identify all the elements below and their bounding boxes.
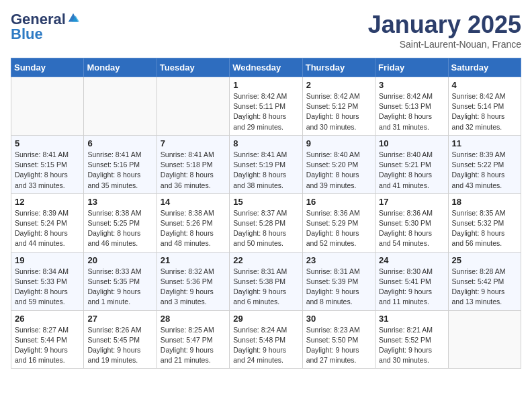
day-number: 4 xyxy=(452,80,517,90)
day-info: Sunrise: 8:41 AM Sunset: 5:19 PM Dayligh… xyxy=(233,150,298,191)
calendar-cell: 25Sunrise: 8:28 AM Sunset: 5:42 PM Dayli… xyxy=(448,252,521,310)
calendar-cell: 20Sunrise: 8:33 AM Sunset: 5:35 PM Dayli… xyxy=(84,252,157,310)
header-wednesday: Wednesday xyxy=(230,58,302,77)
day-number: 27 xyxy=(87,314,152,324)
day-info: Sunrise: 8:31 AM Sunset: 5:39 PM Dayligh… xyxy=(306,267,371,308)
calendar-cell: 28Sunrise: 8:25 AM Sunset: 5:47 PM Dayli… xyxy=(157,310,229,369)
calendar-cell: 29Sunrise: 8:24 AM Sunset: 5:48 PM Dayli… xyxy=(230,310,302,369)
day-info: Sunrise: 8:28 AM Sunset: 5:42 PM Dayligh… xyxy=(452,267,517,308)
calendar-cell: 27Sunrise: 8:26 AM Sunset: 5:45 PM Dayli… xyxy=(84,310,157,369)
calendar-week-1: 1Sunrise: 8:42 AM Sunset: 5:11 PM Daylig… xyxy=(11,77,521,136)
day-number: 28 xyxy=(161,314,226,324)
calendar-cell: 16Sunrise: 8:36 AM Sunset: 5:29 PM Dayli… xyxy=(302,193,375,252)
day-info: Sunrise: 8:41 AM Sunset: 5:18 PM Dayligh… xyxy=(161,150,226,191)
calendar-cell: 22Sunrise: 8:31 AM Sunset: 5:38 PM Dayli… xyxy=(230,252,302,310)
calendar-cell: 14Sunrise: 8:38 AM Sunset: 5:26 PM Dayli… xyxy=(157,193,229,252)
day-number: 8 xyxy=(233,138,298,148)
day-info: Sunrise: 8:42 AM Sunset: 5:13 PM Dayligh… xyxy=(379,91,444,132)
calendar-cell: 19Sunrise: 8:34 AM Sunset: 5:33 PM Dayli… xyxy=(11,252,84,310)
calendar-cell: 21Sunrise: 8:32 AM Sunset: 5:36 PM Dayli… xyxy=(157,252,229,310)
calendar-cell: 4Sunrise: 8:42 AM Sunset: 5:14 PM Daylig… xyxy=(448,77,521,136)
day-number: 12 xyxy=(15,197,80,207)
header-tuesday: Tuesday xyxy=(157,58,229,77)
day-info: Sunrise: 8:25 AM Sunset: 5:47 PM Dayligh… xyxy=(161,325,226,366)
day-number: 5 xyxy=(15,138,80,148)
calendar-week-2: 5Sunrise: 8:41 AM Sunset: 5:15 PM Daylig… xyxy=(11,135,521,193)
calendar-cell: 30Sunrise: 8:23 AM Sunset: 5:50 PM Dayli… xyxy=(302,310,375,369)
day-number: 25 xyxy=(452,255,517,265)
calendar-week-3: 12Sunrise: 8:39 AM Sunset: 5:24 PM Dayli… xyxy=(11,193,521,252)
day-info: Sunrise: 8:26 AM Sunset: 5:45 PM Dayligh… xyxy=(87,325,152,366)
calendar-cell: 15Sunrise: 8:37 AM Sunset: 5:28 PM Dayli… xyxy=(230,193,302,252)
day-info: Sunrise: 8:35 AM Sunset: 5:32 PM Dayligh… xyxy=(452,208,517,249)
day-info: Sunrise: 8:38 AM Sunset: 5:25 PM Dayligh… xyxy=(87,208,152,249)
header-saturday: Saturday xyxy=(448,58,521,77)
day-number: 23 xyxy=(306,255,371,265)
day-number: 9 xyxy=(306,138,371,148)
calendar-cell: 26Sunrise: 8:27 AM Sunset: 5:44 PM Dayli… xyxy=(11,310,84,369)
logo: General Blue xyxy=(11,11,79,43)
calendar-cell: 18Sunrise: 8:35 AM Sunset: 5:32 PM Dayli… xyxy=(448,193,521,252)
day-number: 7 xyxy=(161,138,226,148)
calendar-cell: 1Sunrise: 8:42 AM Sunset: 5:11 PM Daylig… xyxy=(230,77,302,136)
day-info: Sunrise: 8:36 AM Sunset: 5:29 PM Dayligh… xyxy=(306,208,371,249)
day-number: 18 xyxy=(452,197,517,207)
day-info: Sunrise: 8:24 AM Sunset: 5:48 PM Dayligh… xyxy=(233,325,298,366)
day-info: Sunrise: 8:40 AM Sunset: 5:21 PM Dayligh… xyxy=(379,150,444,191)
calendar-cell: 6Sunrise: 8:41 AM Sunset: 5:16 PM Daylig… xyxy=(84,135,157,193)
calendar-cell: 9Sunrise: 8:40 AM Sunset: 5:20 PM Daylig… xyxy=(302,135,375,193)
calendar-cell: 10Sunrise: 8:40 AM Sunset: 5:21 PM Dayli… xyxy=(375,135,448,193)
calendar-header-row: SundayMondayTuesdayWednesdayThursdayFrid… xyxy=(11,58,521,77)
calendar-week-4: 19Sunrise: 8:34 AM Sunset: 5:33 PM Dayli… xyxy=(11,252,521,310)
calendar-cell: 12Sunrise: 8:39 AM Sunset: 5:24 PM Dayli… xyxy=(11,193,84,252)
calendar-cell: 8Sunrise: 8:41 AM Sunset: 5:19 PM Daylig… xyxy=(230,135,302,193)
calendar-cell: 13Sunrise: 8:38 AM Sunset: 5:25 PM Dayli… xyxy=(84,193,157,252)
calendar-cell: 7Sunrise: 8:41 AM Sunset: 5:18 PM Daylig… xyxy=(157,135,229,193)
day-number: 24 xyxy=(379,255,444,265)
day-info: Sunrise: 8:41 AM Sunset: 5:15 PM Dayligh… xyxy=(15,150,80,191)
day-info: Sunrise: 8:32 AM Sunset: 5:36 PM Dayligh… xyxy=(161,267,226,308)
day-info: Sunrise: 8:27 AM Sunset: 5:44 PM Dayligh… xyxy=(15,325,80,366)
calendar-cell: 31Sunrise: 8:21 AM Sunset: 5:52 PM Dayli… xyxy=(375,310,448,369)
calendar-cell xyxy=(448,310,521,369)
day-number: 29 xyxy=(233,314,298,324)
day-number: 20 xyxy=(87,255,152,265)
day-info: Sunrise: 8:30 AM Sunset: 5:41 PM Dayligh… xyxy=(379,267,444,308)
day-info: Sunrise: 8:42 AM Sunset: 5:11 PM Dayligh… xyxy=(233,91,298,132)
day-info: Sunrise: 8:39 AM Sunset: 5:24 PM Dayligh… xyxy=(15,208,80,249)
day-info: Sunrise: 8:38 AM Sunset: 5:26 PM Dayligh… xyxy=(161,208,226,249)
calendar-cell xyxy=(84,77,157,136)
calendar-cell: 24Sunrise: 8:30 AM Sunset: 5:41 PM Dayli… xyxy=(375,252,448,310)
day-number: 30 xyxy=(306,314,371,324)
day-info: Sunrise: 8:40 AM Sunset: 5:20 PM Dayligh… xyxy=(306,150,371,191)
day-info: Sunrise: 8:34 AM Sunset: 5:33 PM Dayligh… xyxy=(15,267,80,308)
page-header: General Blue January 2025 Saint-Laurent-… xyxy=(11,11,521,50)
header-sunday: Sunday xyxy=(11,58,84,77)
day-info: Sunrise: 8:33 AM Sunset: 5:35 PM Dayligh… xyxy=(87,267,152,308)
header-monday: Monday xyxy=(84,58,157,77)
day-number: 15 xyxy=(233,197,298,207)
day-number: 26 xyxy=(15,314,80,324)
day-info: Sunrise: 8:41 AM Sunset: 5:16 PM Dayligh… xyxy=(87,150,152,191)
title-block: January 2025 Saint-Laurent-Nouan, France xyxy=(368,11,521,50)
day-info: Sunrise: 8:42 AM Sunset: 5:14 PM Dayligh… xyxy=(452,91,517,132)
location-subtitle: Saint-Laurent-Nouan, France xyxy=(368,39,521,50)
day-info: Sunrise: 8:23 AM Sunset: 5:50 PM Dayligh… xyxy=(306,325,371,366)
calendar-cell: 5Sunrise: 8:41 AM Sunset: 5:15 PM Daylig… xyxy=(11,135,84,193)
day-number: 22 xyxy=(233,255,298,265)
day-info: Sunrise: 8:42 AM Sunset: 5:12 PM Dayligh… xyxy=(306,91,371,132)
day-info: Sunrise: 8:37 AM Sunset: 5:28 PM Dayligh… xyxy=(233,208,298,249)
calendar-cell xyxy=(11,77,84,136)
calendar-cell: 17Sunrise: 8:36 AM Sunset: 5:30 PM Dayli… xyxy=(375,193,448,252)
calendar-cell xyxy=(157,77,229,136)
day-number: 19 xyxy=(15,255,80,265)
calendar-cell: 11Sunrise: 8:39 AM Sunset: 5:22 PM Dayli… xyxy=(448,135,521,193)
header-friday: Friday xyxy=(375,58,448,77)
day-number: 6 xyxy=(87,138,152,148)
logo-blue-text: Blue xyxy=(11,26,43,42)
month-title: January 2025 xyxy=(368,11,521,39)
day-info: Sunrise: 8:39 AM Sunset: 5:22 PM Dayligh… xyxy=(452,150,517,191)
day-number: 11 xyxy=(452,138,517,148)
calendar-table: SundayMondayTuesdayWednesdayThursdayFrid… xyxy=(11,58,521,369)
day-number: 10 xyxy=(379,138,444,148)
